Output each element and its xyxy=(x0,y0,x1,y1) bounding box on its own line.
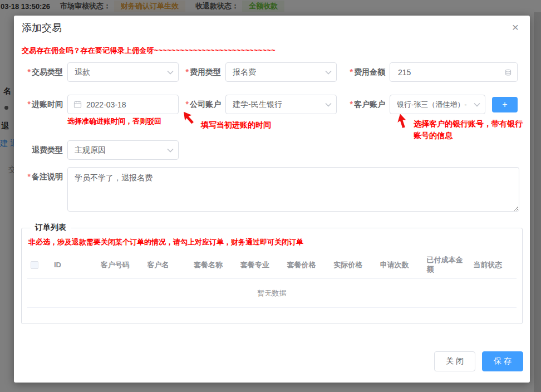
customer-account-label: *客户账户 xyxy=(340,100,385,110)
dialog-footer: 关 闭 保 存 xyxy=(434,351,523,371)
order-list-section: 订单列表 非必选，涉及退款需要关闭某个订单的情况，请勾上对应订单，财务通过即可关… xyxy=(21,223,523,324)
order-list-legend: 订单列表 xyxy=(31,223,71,233)
transaction-type-label: *交易类型 xyxy=(19,67,63,77)
commission-reminder-note: 交易存在佣金吗？存在要记得录上佣金呀~~~~~~~~~~~~~~~~~~~~~~… xyxy=(22,46,276,56)
fee-type-value: 报名费 xyxy=(233,67,256,77)
fee-type-label: *费用类型 xyxy=(176,67,221,77)
column-header: 客户号码 xyxy=(97,251,144,279)
company-account-label: *公司账户 xyxy=(176,100,221,110)
red-arrow-icon xyxy=(393,112,411,130)
fee-amount-label: *费用金额 xyxy=(340,67,385,77)
select-all-header xyxy=(27,251,51,279)
customer-account-value: 银行-张三（潘佳增）- xyxy=(397,100,467,110)
close-icon[interactable]: × xyxy=(510,19,521,35)
select-all-checkbox[interactable] xyxy=(31,261,38,269)
refund-type-select[interactable]: 主观原因 xyxy=(67,140,179,160)
column-header: 套餐专业 xyxy=(237,251,284,279)
column-header: 已付成本金额 xyxy=(424,251,470,279)
chevron-down-icon xyxy=(325,102,332,107)
column-header: 当前状态 xyxy=(470,251,517,279)
company-account-value: 建学-民生银行 xyxy=(233,100,282,110)
refund-type-value: 主观原因 xyxy=(75,145,106,155)
add-transaction-dialog: 添加交易 × 交易存在佣金吗？存在要记得录上佣金呀~~~~~~~~~~~~~~~… xyxy=(14,16,530,383)
dialog-title: 添加交易 xyxy=(22,21,62,35)
income-time-annotation: 填写当初进账的时间 xyxy=(201,119,271,131)
column-header: 套餐价格 xyxy=(283,251,330,279)
fee-amount-input[interactable] xyxy=(390,63,517,81)
customer-account-annotation: 选择客户的银行账号，带有银行账号的信息 xyxy=(414,118,525,141)
order-list-note: 非必选，涉及退款需要关闭某个订单的情况，请勾上对应订单，财务通过即可关闭订单 xyxy=(28,237,517,247)
customer-account-select[interactable]: 银行-张三（潘佳增）- xyxy=(390,95,485,114)
column-header: ID xyxy=(51,251,97,279)
fee-amount-field xyxy=(390,62,518,82)
coins-icon xyxy=(504,68,513,77)
refund-type-label: 退费类型 xyxy=(19,145,63,155)
required-mark: * xyxy=(186,100,189,109)
required-mark: * xyxy=(28,67,31,76)
required-mark: * xyxy=(28,100,31,109)
column-header: 客户名 xyxy=(144,251,190,279)
income-time-warning: 选择准确进账时间，否则驳回 xyxy=(67,116,161,126)
chevron-down-icon xyxy=(325,70,332,75)
required-mark: * xyxy=(350,67,353,76)
close-button[interactable]: 关 闭 xyxy=(434,351,475,371)
income-time-datepicker[interactable]: 2022-03-18 xyxy=(67,95,179,114)
remark-label: *备注说明 xyxy=(19,167,63,182)
column-header: 实际价格 xyxy=(330,251,377,279)
income-time-label: *进账时间 xyxy=(19,100,63,110)
save-button[interactable]: 保 存 xyxy=(482,351,523,371)
transaction-type-select[interactable]: 退款 xyxy=(67,62,179,82)
company-account-select[interactable]: 建学-民生银行 xyxy=(225,95,337,114)
remark-textarea[interactable]: 学员不学了，退报名费 xyxy=(67,167,519,212)
calendar-icon xyxy=(73,100,82,109)
required-mark: * xyxy=(186,67,189,76)
fee-type-select[interactable]: 报名费 xyxy=(225,62,337,82)
order-table: ID客户号码客户名套餐名称套餐专业套餐价格实际价格申请次数已付成本金额当前状态 xyxy=(27,251,517,279)
add-customer-account-button[interactable]: + xyxy=(492,97,518,112)
column-header: 申请次数 xyxy=(377,251,424,279)
transaction-type-value: 退款 xyxy=(75,67,90,77)
chevron-down-icon xyxy=(167,70,174,75)
chevron-down-icon xyxy=(167,148,174,153)
empty-table-message: 暂无数据 xyxy=(27,279,517,308)
chevron-down-icon xyxy=(474,102,480,107)
income-time-value: 2022-03-18 xyxy=(86,100,126,109)
required-mark: * xyxy=(28,172,31,181)
required-mark: * xyxy=(350,100,353,109)
column-header: 套餐名称 xyxy=(190,251,237,279)
